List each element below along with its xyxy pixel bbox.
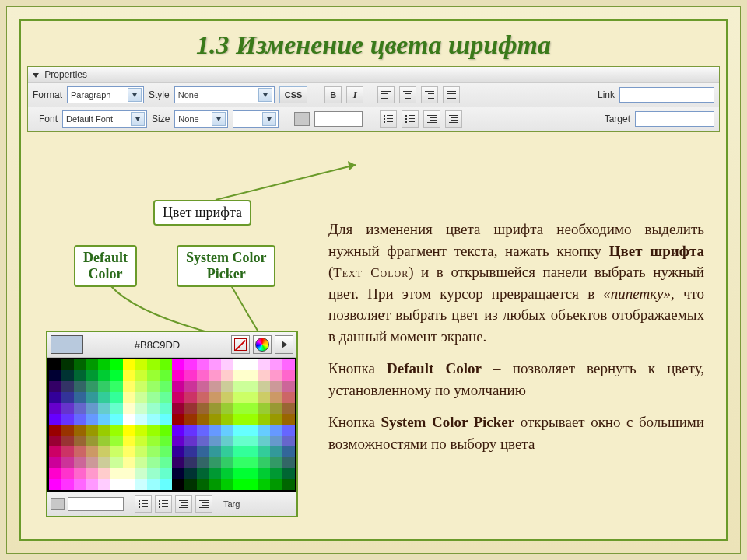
palette-cell[interactable] — [61, 370, 74, 381]
palette-cell[interactable] — [98, 457, 110, 468]
palette-cell[interactable] — [233, 436, 246, 446]
color-field-small[interactable] — [68, 497, 124, 511]
palette-cell[interactable] — [61, 468, 74, 479]
palette-cell[interactable] — [98, 414, 110, 425]
palette-cell[interactable] — [172, 381, 184, 392]
palette-cell[interactable] — [197, 414, 209, 425]
palette-cell[interactable] — [233, 414, 246, 425]
palette-cell[interactable] — [209, 359, 221, 370]
palette-cell[interactable] — [49, 457, 61, 468]
palette-cell[interactable] — [233, 479, 246, 490]
palette-cell[interactable] — [282, 359, 295, 370]
palette-cell[interactable] — [49, 436, 61, 446]
default-color-button[interactable] — [231, 335, 250, 354]
palette-cell[interactable] — [172, 457, 184, 468]
align-center-button[interactable] — [399, 86, 416, 103]
palette-cell[interactable] — [110, 425, 123, 436]
palette-cell[interactable] — [86, 414, 98, 425]
palette-cell[interactable] — [246, 425, 258, 436]
align-justify-button[interactable] — [443, 86, 460, 103]
palette-cell[interactable] — [246, 403, 258, 414]
palette-cell[interactable] — [209, 479, 221, 490]
palette-cell[interactable] — [160, 457, 172, 468]
color-palette-grid[interactable] — [47, 358, 296, 492]
palette-cell[interactable] — [49, 381, 61, 392]
palette-cell[interactable] — [160, 403, 172, 414]
css-button[interactable]: CSS — [279, 86, 308, 103]
palette-cell[interactable] — [209, 446, 221, 457]
palette-cell[interactable] — [258, 446, 271, 457]
target-input[interactable] — [635, 111, 714, 127]
palette-cell[interactable] — [160, 446, 172, 457]
palette-cell[interactable] — [61, 392, 74, 403]
palette-cell[interactable] — [147, 392, 160, 403]
palette-cell[interactable] — [270, 370, 282, 381]
outdent-button[interactable] — [423, 110, 440, 128]
indent-button-2[interactable] — [195, 495, 212, 513]
palette-cell[interactable] — [135, 392, 148, 403]
palette-cell[interactable] — [49, 425, 61, 436]
palette-cell[interactable] — [172, 370, 184, 381]
palette-cell[interactable] — [233, 370, 246, 381]
palette-cell[interactable] — [184, 425, 197, 436]
palette-cell[interactable] — [160, 370, 172, 381]
palette-cell[interactable] — [86, 359, 98, 370]
palette-cell[interactable] — [270, 457, 282, 468]
palette-cell[interactable] — [233, 381, 246, 392]
palette-cell[interactable] — [197, 479, 209, 490]
palette-cell[interactable] — [86, 425, 98, 436]
palette-cell[interactable] — [61, 359, 74, 370]
palette-cell[interactable] — [172, 436, 184, 446]
palette-cell[interactable] — [147, 479, 160, 490]
palette-cell[interactable] — [172, 446, 184, 457]
palette-cell[interactable] — [61, 479, 74, 490]
link-input[interactable] — [619, 87, 714, 103]
palette-cell[interactable] — [135, 359, 148, 370]
palette-cell[interactable] — [172, 392, 184, 403]
palette-cell[interactable] — [246, 446, 258, 457]
palette-cell[interactable] — [221, 403, 233, 414]
palette-cell[interactable] — [246, 370, 258, 381]
palette-cell[interactable] — [110, 457, 123, 468]
palette-cell[interactable] — [123, 468, 135, 479]
palette-cell[interactable] — [135, 446, 148, 457]
palette-cell[interactable] — [209, 457, 221, 468]
picker-menu-button[interactable] — [275, 335, 293, 354]
palette-cell[interactable] — [160, 381, 172, 392]
palette-cell[interactable] — [221, 425, 233, 436]
palette-cell[interactable] — [98, 381, 110, 392]
palette-cell[interactable] — [184, 436, 197, 446]
palette-cell[interactable] — [110, 436, 123, 446]
palette-cell[interactable] — [110, 381, 123, 392]
palette-cell[interactable] — [197, 425, 209, 436]
palette-cell[interactable] — [221, 479, 233, 490]
palette-cell[interactable] — [110, 468, 123, 479]
palette-cell[interactable] — [74, 457, 86, 468]
palette-cell[interactable] — [110, 370, 123, 381]
palette-cell[interactable] — [172, 468, 184, 479]
palette-cell[interactable] — [282, 414, 295, 425]
palette-cell[interactable] — [282, 381, 295, 392]
palette-cell[interactable] — [110, 359, 123, 370]
palette-cell[interactable] — [123, 381, 135, 392]
palette-cell[interactable] — [233, 403, 246, 414]
palette-cell[interactable] — [147, 370, 160, 381]
palette-cell[interactable] — [49, 479, 61, 490]
palette-cell[interactable] — [221, 457, 233, 468]
align-left-button[interactable] — [377, 86, 395, 103]
palette-cell[interactable] — [110, 479, 123, 490]
palette-cell[interactable] — [135, 479, 148, 490]
palette-cell[interactable] — [172, 479, 184, 490]
align-right-button[interactable] — [421, 86, 438, 103]
palette-cell[interactable] — [147, 359, 160, 370]
palette-cell[interactable] — [98, 359, 110, 370]
palette-cell[interactable] — [233, 446, 246, 457]
palette-cell[interactable] — [270, 381, 282, 392]
palette-cell[interactable] — [49, 392, 61, 403]
palette-cell[interactable] — [160, 479, 172, 490]
palette-cell[interactable] — [98, 403, 110, 414]
list-button-1[interactable] — [135, 495, 152, 513]
palette-cell[interactable] — [209, 370, 221, 381]
palette-cell[interactable] — [61, 457, 74, 468]
palette-cell[interactable] — [86, 468, 98, 479]
